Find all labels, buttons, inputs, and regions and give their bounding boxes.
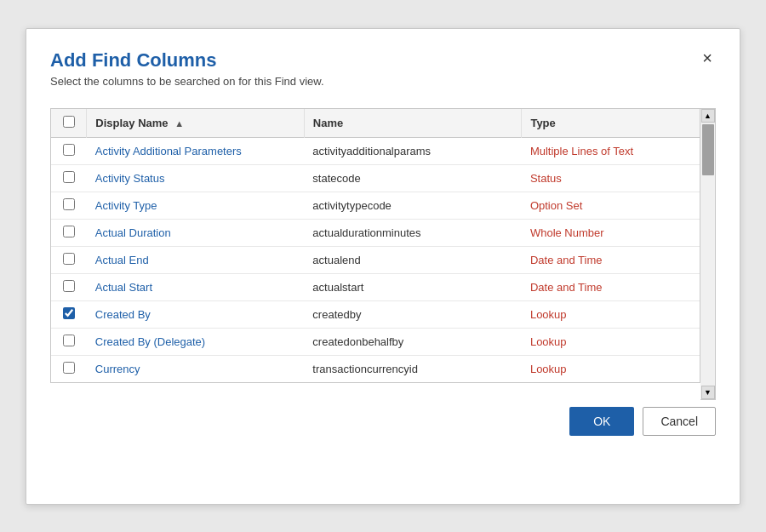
row-checkbox[interactable]	[63, 226, 75, 237]
row-type: Lookup	[522, 300, 700, 328]
add-find-columns-dialog: Add Find Columns × Select the columns to…	[26, 28, 740, 505]
row-name: createdonbehalfby	[304, 328, 522, 355]
row-type: Lookup	[522, 328, 700, 355]
row-type: Status	[522, 164, 700, 192]
table-row: Activity StatusstatecodeStatus	[51, 164, 700, 192]
row-checkbox-cell	[51, 273, 87, 300]
close-button[interactable]: ×	[699, 49, 716, 66]
row-checkbox-cell	[51, 164, 87, 192]
row-checkbox-cell	[51, 328, 87, 355]
scroll-thumb[interactable]	[702, 124, 714, 175]
row-checkbox[interactable]	[63, 335, 75, 346]
row-checkbox-cell	[51, 137, 87, 164]
row-checkbox-cell	[51, 355, 87, 382]
row-display-name: Actual Start	[87, 273, 305, 300]
row-name: actualdurationminutes	[304, 219, 522, 246]
row-checkbox[interactable]	[63, 307, 75, 319]
row-name: activitytypecode	[304, 192, 522, 219]
table-row: Actual EndactualendDate and Time	[51, 246, 700, 273]
row-name: actualend	[304, 246, 522, 273]
dialog-footer: OK Cancel	[50, 407, 716, 436]
sort-arrow-icon: ▲	[174, 118, 184, 129]
row-checkbox[interactable]	[63, 144, 75, 156]
header-name: Name	[304, 109, 522, 138]
row-checkbox[interactable]	[63, 253, 75, 265]
scroll-track	[701, 123, 715, 386]
scroll-down-button[interactable]: ▼	[701, 386, 715, 399]
scrollbar[interactable]: ▲ ▼	[700, 108, 716, 400]
ok-button[interactable]: OK	[569, 407, 634, 436]
row-display-name: Activity Type	[87, 192, 305, 219]
row-type: Date and Time	[522, 246, 700, 273]
table-header-row: Display Name ▲ Name Type	[51, 109, 700, 138]
table-row: Actual StartactualstartDate and Time	[51, 273, 700, 300]
row-checkbox-cell	[51, 300, 87, 328]
row-display-name: Actual End	[87, 246, 305, 273]
table-row: Created BycreatedbyLookup	[51, 300, 700, 328]
row-checkbox[interactable]	[63, 362, 75, 374]
row-name: transactioncurrencyid	[304, 355, 522, 382]
header-display-name: Display Name ▲	[87, 109, 305, 138]
row-name: activityadditionalparams	[304, 137, 522, 164]
row-checkbox-cell	[51, 192, 87, 219]
row-checkbox-cell	[51, 219, 87, 246]
row-display-name: Created By (Delegate)	[87, 328, 305, 355]
select-all-checkbox[interactable]	[63, 116, 75, 128]
row-checkbox[interactable]	[63, 280, 75, 292]
dialog-subtitle: Select the columns to be searched on for…	[50, 75, 716, 88]
table-row: CurrencytransactioncurrencyidLookup	[51, 355, 700, 382]
table-row: Created By (Delegate)createdonbehalfbyLo…	[51, 328, 700, 355]
table-row: Actual DurationactualdurationminutesWhol…	[51, 219, 700, 246]
dialog-title: Add Find Columns	[50, 49, 217, 72]
row-display-name: Created By	[87, 300, 305, 328]
header-type: Type	[522, 109, 700, 138]
row-name: statecode	[304, 164, 522, 192]
table-row: Activity TypeactivitytypecodeOption Set	[51, 192, 700, 219]
row-type: Whole Number	[522, 219, 700, 246]
row-display-name: Activity Status	[87, 164, 305, 192]
row-display-name: Activity Additional Parameters	[87, 137, 305, 164]
cancel-button[interactable]: Cancel	[643, 407, 716, 436]
row-checkbox[interactable]	[63, 171, 75, 183]
row-display-name: Currency	[87, 355, 305, 382]
table-row: Activity Additional Parametersactivityad…	[51, 137, 700, 164]
row-display-name: Actual Duration	[87, 219, 305, 246]
table-body: Activity Additional Parametersactivityad…	[51, 137, 700, 382]
row-type: Date and Time	[522, 273, 700, 300]
row-type: Multiple Lines of Text	[522, 137, 700, 164]
row-type: Option Set	[522, 192, 700, 219]
table-wrapper: Display Name ▲ Name Type Activity Additi…	[50, 108, 700, 400]
header-checkbox-col	[51, 109, 87, 138]
row-type: Lookup	[522, 355, 700, 382]
row-name: createdby	[304, 300, 522, 328]
columns-table: Display Name ▲ Name Type Activity Additi…	[51, 109, 700, 382]
table-container: Display Name ▲ Name Type Activity Additi…	[50, 108, 700, 383]
row-checkbox-cell	[51, 246, 87, 273]
row-checkbox[interactable]	[63, 198, 75, 210]
table-area: Display Name ▲ Name Type Activity Additi…	[50, 108, 716, 400]
dialog-header: Add Find Columns ×	[50, 49, 716, 72]
row-name: actualstart	[304, 273, 522, 300]
scroll-up-button[interactable]: ▲	[701, 109, 715, 123]
